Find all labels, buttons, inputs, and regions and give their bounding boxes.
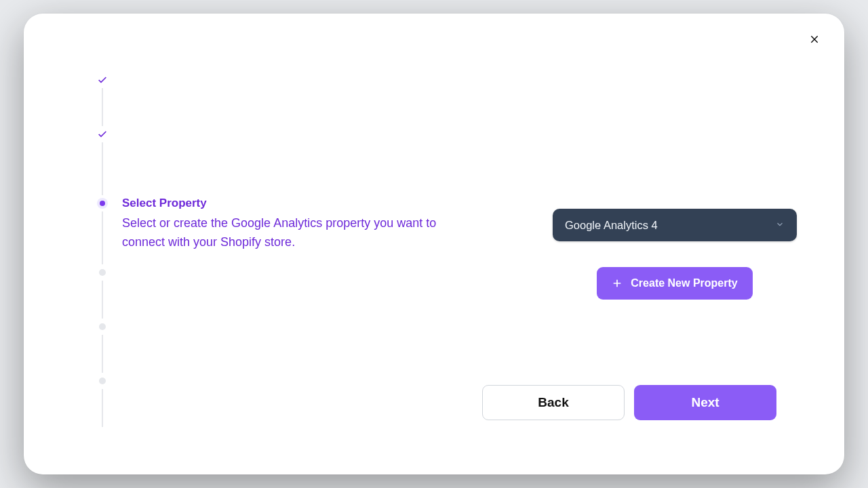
current-step-dot (97, 198, 108, 209)
step-connector-line (102, 389, 103, 427)
future-step-dot (99, 378, 106, 384)
check-icon (97, 75, 108, 85)
step-connector-line (102, 335, 103, 373)
close-button[interactable] (806, 31, 823, 47)
property-select[interactable]: Google Analytics 4 (553, 209, 797, 241)
footer-nav: Back Next (482, 385, 776, 420)
progress-stepper (97, 75, 111, 430)
back-button[interactable]: Back (482, 385, 625, 420)
step-5-future (97, 321, 108, 332)
step-3-current (97, 198, 108, 209)
step-description: Select or create the Google Analytics pr… (122, 214, 454, 252)
next-label: Next (691, 395, 719, 410)
close-icon (809, 34, 820, 45)
step-4-future (97, 267, 108, 278)
step-connector-line (102, 211, 103, 264)
step-connector-line (102, 281, 103, 319)
step-2-done (97, 129, 108, 140)
create-property-label: Create New Property (631, 277, 737, 289)
future-step-dot (99, 269, 106, 276)
check-icon (97, 129, 108, 140)
step-connector-line (102, 88, 103, 126)
chevron-down-icon (775, 219, 785, 232)
plus-icon (612, 278, 623, 289)
step-title: Select Property (122, 197, 475, 210)
next-button[interactable]: Next (634, 385, 776, 420)
step-6-future (97, 375, 108, 386)
step-content: Select Property Select or create the Goo… (122, 197, 475, 252)
step-controls: Google Analytics 4 Create New Property (553, 209, 797, 300)
create-property-button[interactable]: Create New Property (597, 267, 752, 300)
step-connector-line (102, 142, 103, 195)
setup-modal: Select Property Select or create the Goo… (24, 14, 844, 474)
select-value: Google Analytics 4 (565, 219, 658, 232)
step-1-done (97, 75, 108, 85)
back-label: Back (538, 395, 568, 410)
future-step-dot (99, 323, 106, 330)
